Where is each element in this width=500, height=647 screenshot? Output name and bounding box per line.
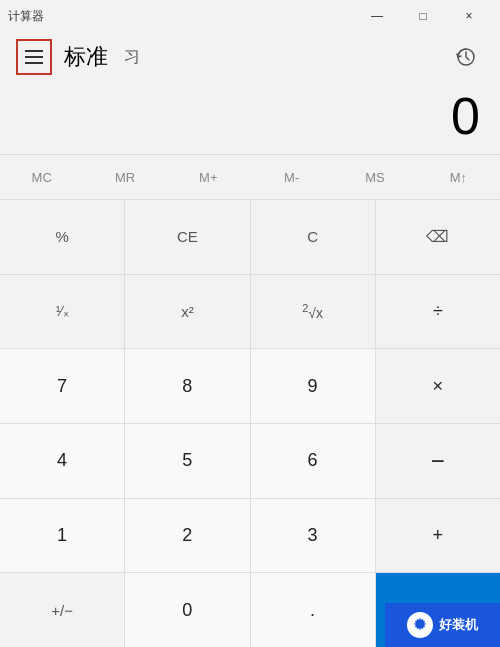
title-bar-controls: — □ × [354, 0, 492, 32]
memory-row: MC MR M+ M- MS M↑ [0, 154, 500, 199]
percent-button[interactable]: % [0, 200, 124, 274]
header-left: 标准 习 [16, 39, 140, 75]
square-label: x² [181, 303, 194, 320]
memory-recall-button[interactable]: MR [83, 155, 166, 199]
divide-button[interactable]: ÷ [376, 275, 500, 349]
watermark-text: 好装机 [439, 616, 478, 634]
history-icon [456, 47, 476, 67]
zero-button[interactable]: 0 [125, 573, 249, 647]
square-button[interactable]: x² [125, 275, 249, 349]
reciprocal-label: ¹⁄ₓ [56, 303, 69, 319]
calculator-mode-subtitle: 习 [124, 47, 140, 68]
display-area: 0 [0, 82, 500, 154]
four-button[interactable]: 4 [0, 424, 124, 498]
seven-button[interactable]: 7 [0, 349, 124, 423]
window-title: 计算器 [8, 8, 44, 25]
close-button[interactable]: × [446, 0, 492, 32]
five-button[interactable]: 5 [125, 424, 249, 498]
watermark-icon [407, 612, 433, 638]
sqrt-label: 2√x [302, 302, 323, 321]
decimal-button[interactable]: . [251, 573, 375, 647]
one-button[interactable]: 1 [0, 499, 124, 573]
app-header: 标准 习 [0, 32, 500, 82]
multiply-button[interactable]: × [376, 349, 500, 423]
title-bar: 计算器 — □ × [0, 0, 500, 32]
hamburger-icon [25, 50, 43, 64]
display-value: 0 [20, 90, 480, 142]
memory-store-button[interactable]: MS [333, 155, 416, 199]
clear-button[interactable]: C [251, 200, 375, 274]
nine-button[interactable]: 9 [251, 349, 375, 423]
subtract-button[interactable]: − [376, 424, 500, 498]
memory-subtract-button[interactable]: M- [250, 155, 333, 199]
sqrt-button[interactable]: 2√x [251, 275, 375, 349]
button-grid: % CE C ⌫ ¹⁄ₓ x² 2√x ÷ 7 8 9 × 4 5 6 − 1 … [0, 199, 500, 647]
backspace-button[interactable]: ⌫ [376, 200, 500, 274]
three-button[interactable]: 3 [251, 499, 375, 573]
memory-list-button[interactable]: M↑ [417, 155, 500, 199]
two-button[interactable]: 2 [125, 499, 249, 573]
six-button[interactable]: 6 [251, 424, 375, 498]
add-button[interactable]: + [376, 499, 500, 573]
backspace-icon: ⌫ [426, 227, 449, 246]
ce-button[interactable]: CE [125, 200, 249, 274]
history-button[interactable] [448, 39, 484, 75]
title-bar-left: 计算器 [8, 8, 44, 25]
negate-button[interactable]: +/− [0, 573, 124, 647]
gear-icon [412, 617, 428, 633]
memory-clear-button[interactable]: MC [0, 155, 83, 199]
eight-button[interactable]: 8 [125, 349, 249, 423]
maximize-button[interactable]: □ [400, 0, 446, 32]
menu-button[interactable] [16, 39, 52, 75]
watermark: 好装机 [385, 603, 500, 647]
reciprocal-button[interactable]: ¹⁄ₓ [0, 275, 124, 349]
minimize-button[interactable]: — [354, 0, 400, 32]
memory-add-button[interactable]: M+ [167, 155, 250, 199]
calculator-mode-title: 标准 [64, 42, 108, 72]
